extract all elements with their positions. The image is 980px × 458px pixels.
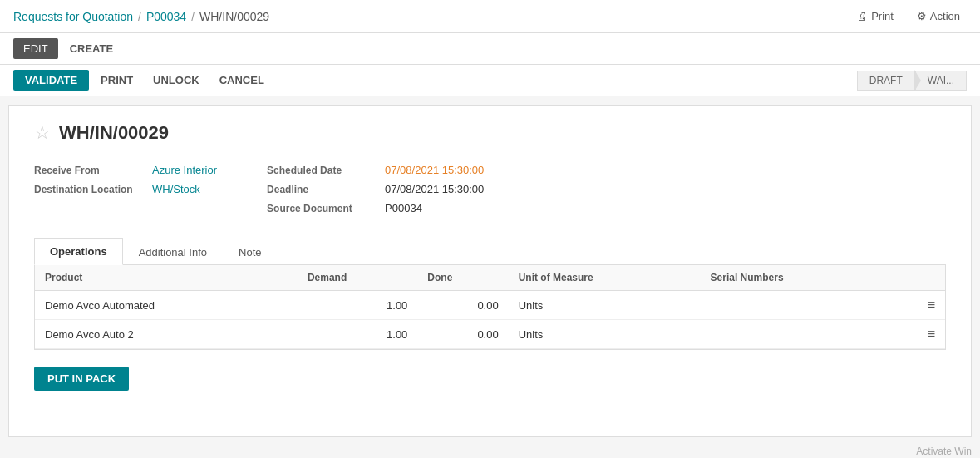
fields-left: Receive From Azure Interior Destination …	[34, 164, 217, 214]
table-row: Demo Avco Auto 2 1.00 0.00 Units ≡	[35, 320, 945, 349]
action-button[interactable]: ⚙ Action	[910, 7, 967, 26]
scheduled-date-label: Scheduled Date	[267, 165, 375, 176]
operations-table: Product Demand Done Unit of Measure Seri…	[35, 265, 945, 349]
cell-detail-0[interactable]: ≡	[889, 291, 945, 320]
print-workflow-button[interactable]: PRINT	[92, 70, 141, 91]
fields-section: Receive From Azure Interior Destination …	[34, 164, 946, 214]
status-bar: DRAFT WAI...	[857, 71, 967, 91]
cell-product-0: Demo Avco Automated	[35, 291, 298, 320]
print-button[interactable]: 🖨 Print	[850, 7, 900, 26]
tab-additional-info[interactable]: Additional Info	[123, 238, 223, 265]
table-header-row: Product Demand Done Unit of Measure Seri…	[35, 265, 945, 291]
scheduled-date-row: Scheduled Date 07/08/2021 15:30:00	[267, 164, 484, 176]
validate-button[interactable]: VALIDATE	[13, 70, 89, 91]
cell-demand-1: 1.00	[298, 320, 417, 349]
cell-demand-0: 1.00	[298, 291, 417, 320]
cell-done-1: 0.00	[417, 320, 508, 349]
source-doc-value: P00034	[385, 202, 422, 214]
cell-detail-1[interactable]: ≡	[889, 320, 945, 349]
favorite-star-icon[interactable]: ☆	[34, 122, 51, 144]
printer-icon: 🖨	[857, 10, 868, 22]
workflow-bar: VALIDATE PRINT UNLOCK CANCEL DRAFT WAI..…	[0, 65, 980, 96]
breadcrumb-sep-2: /	[191, 10, 195, 23]
cell-product-1: Demo Avco Auto 2	[35, 320, 298, 349]
col-serial: Serial Numbers	[701, 265, 889, 291]
breadcrumb-rfq[interactable]: Requests for Quotation	[13, 10, 133, 23]
status-draft: DRAFT	[857, 71, 915, 91]
cell-serial-0	[701, 291, 889, 320]
breadcrumb-current: WH/IN/00029	[199, 10, 269, 23]
unlock-button[interactable]: UNLOCK	[145, 70, 208, 91]
deadline-label: Deadline	[267, 184, 375, 195]
breadcrumb-po[interactable]: P00034	[146, 10, 186, 23]
col-demand: Demand	[298, 265, 417, 291]
pack-section: PUT IN PACK	[34, 367, 946, 391]
table-container: Product Demand Done Unit of Measure Seri…	[34, 265, 946, 350]
col-product: Product	[35, 265, 298, 291]
gear-icon: ⚙	[917, 10, 927, 22]
tab-operations[interactable]: Operations	[34, 238, 123, 265]
table-row: Demo Avco Automated 1.00 0.00 Units ≡	[35, 291, 945, 320]
status-waiting: WAI...	[915, 71, 967, 91]
action-bar: EDIT CREATE	[0, 33, 980, 65]
top-bar-actions: 🖨 Print ⚙ Action	[850, 7, 967, 26]
detail-icon-1[interactable]: ≡	[928, 327, 935, 341]
scheduled-date-value: 07/08/2021 15:30:00	[385, 164, 484, 176]
source-doc-label: Source Document	[267, 203, 375, 214]
col-done: Done	[417, 265, 508, 291]
cell-unit-0: Units	[509, 291, 701, 320]
document-title: WH/IN/00029	[59, 122, 169, 144]
top-bar: Requests for Quotation / P00034 / WH/IN/…	[0, 0, 980, 33]
col-unit: Unit of Measure	[509, 265, 701, 291]
cell-unit-1: Units	[509, 320, 701, 349]
activate-windows-text: Activate Win	[0, 446, 980, 457]
action-label: Action	[930, 10, 960, 22]
destination-value[interactable]: WH/Stock	[152, 183, 200, 195]
main-content: ☆ WH/IN/00029 Receive From Azure Interio…	[8, 105, 972, 437]
create-button[interactable]: CREATE	[62, 38, 121, 59]
receive-from-label: Receive From	[34, 165, 142, 176]
destination-row: Destination Location WH/Stock	[34, 183, 217, 195]
breadcrumb-sep-1: /	[138, 10, 141, 23]
cell-done-0: 0.00	[417, 291, 508, 320]
print-label: Print	[871, 10, 894, 22]
deadline-row: Deadline 07/08/2021 15:30:00	[267, 183, 484, 195]
detail-icon-0[interactable]: ≡	[928, 298, 935, 312]
receive-from-row: Receive From Azure Interior	[34, 164, 217, 176]
put-in-pack-button[interactable]: PUT IN PACK	[34, 367, 129, 391]
tab-note[interactable]: Note	[223, 238, 277, 265]
deadline-value: 07/08/2021 15:30:00	[385, 183, 484, 195]
cell-serial-1	[701, 320, 889, 349]
destination-label: Destination Location	[34, 184, 142, 195]
receive-from-value[interactable]: Azure Interior	[152, 164, 217, 176]
tabs: Operations Additional Info Note	[34, 238, 946, 265]
col-actions	[889, 265, 945, 291]
doc-header: ☆ WH/IN/00029	[34, 122, 946, 144]
source-doc-row: Source Document P00034	[267, 202, 484, 214]
fields-right: Scheduled Date 07/08/2021 15:30:00 Deadl…	[267, 164, 484, 214]
edit-button[interactable]: EDIT	[13, 38, 58, 59]
cancel-button[interactable]: CANCEL	[211, 70, 273, 91]
breadcrumb: Requests for Quotation / P00034 / WH/IN/…	[13, 10, 269, 23]
